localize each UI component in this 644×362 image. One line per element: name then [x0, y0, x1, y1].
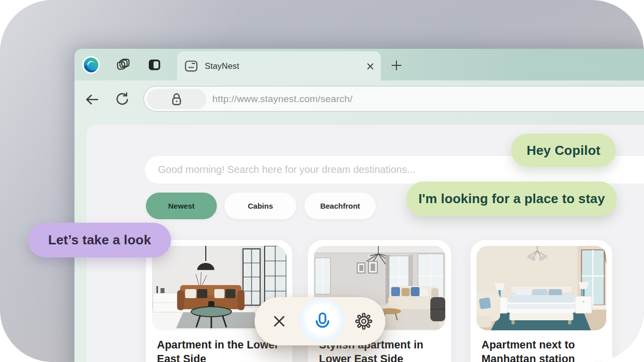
copilot-voice-pill: [255, 297, 385, 345]
tab-staynest[interactable]: StayNest: [177, 51, 381, 80]
lock-icon: [168, 90, 186, 108]
plus-icon: [388, 57, 405, 73]
address-bar[interactable]: http://www.staynest.com/search/: [143, 86, 644, 112]
copilot-message-bubble: Let’s take a look: [28, 223, 171, 257]
close-icon: [271, 313, 288, 330]
background-frame: StayNest: [0, 0, 644, 362]
refresh-icon: [113, 90, 131, 109]
url-text: http://www.staynest.com/search/: [212, 86, 353, 111]
tab-strip: StayNest: [74, 49, 644, 80]
back-arrow-icon: [83, 90, 101, 109]
workspaces-button[interactable]: [114, 56, 132, 74]
site-info-button[interactable]: [147, 89, 206, 109]
edge-logo-icon: [82, 56, 100, 74]
microphone-icon: [312, 311, 333, 332]
microphone-button[interactable]: [312, 311, 333, 332]
tab-favicon-icon: [184, 58, 199, 73]
filter-chip-beachfront[interactable]: Beachfront: [304, 193, 376, 219]
listing-title: Apartment next to Manhattan station: [481, 338, 601, 362]
gear-icon: [354, 312, 373, 331]
browser-toolbar: http://www.staynest.com/search/: [74, 80, 644, 125]
filter-chip-newest[interactable]: Newest: [146, 193, 217, 219]
listing-title: Apartment in the Lower East Side: [157, 338, 281, 362]
voice-settings-button[interactable]: [354, 311, 374, 331]
workspaces-icon: [115, 56, 132, 73]
tab-close-button[interactable]: [364, 60, 377, 73]
listing-card[interactable]: Apartment next to Manhattan station: [470, 240, 612, 362]
user-message-bubble: Hey Copilot: [511, 134, 616, 167]
back-button[interactable]: [83, 90, 101, 109]
refresh-button[interactable]: [113, 90, 131, 109]
split-window-icon: [146, 56, 164, 73]
close-icon: [364, 60, 376, 72]
listing-photo-bedroom: [476, 246, 606, 330]
split-window-button[interactable]: [146, 56, 164, 74]
voice-close-button[interactable]: [270, 312, 289, 331]
user-message-bubble: I'm looking for a place to stay: [407, 182, 617, 216]
tab-title: StayNest: [205, 61, 239, 71]
new-tab-button[interactable]: [388, 57, 405, 74]
filter-chip-cabins[interactable]: Cabins: [224, 193, 296, 219]
